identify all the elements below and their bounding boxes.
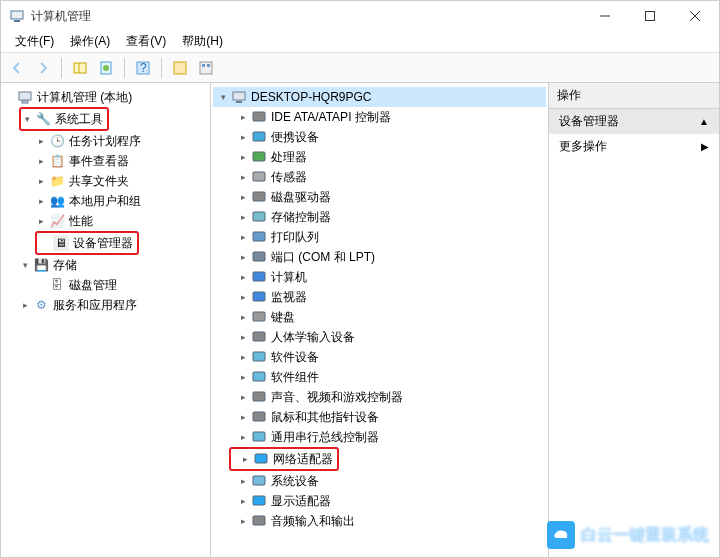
device-category[interactable]: ▸监视器 <box>229 287 546 307</box>
tree-shared-folders[interactable]: ▸📁共享文件夹 <box>35 171 208 191</box>
chevron-right-icon: ▸ <box>35 135 47 147</box>
device-category[interactable]: ▸软件组件 <box>229 367 546 387</box>
svg-rect-26 <box>253 232 265 241</box>
chevron-right-icon: ▸ <box>237 131 249 143</box>
svg-point-9 <box>103 65 109 71</box>
tree-local-users[interactable]: ▸👥本地用户和组 <box>35 191 208 211</box>
node-label: 系统工具 <box>55 111 103 128</box>
device-category[interactable]: ▸系统设备 <box>229 471 546 491</box>
tree-device-manager[interactable]: 🖥设备管理器 <box>53 233 133 253</box>
chevron-down-icon: ▾ <box>21 113 33 125</box>
minimize-button[interactable] <box>582 1 627 31</box>
tree-disk-management[interactable]: 🗄磁盘管理 <box>35 275 208 295</box>
device-category[interactable]: ▸计算机 <box>229 267 546 287</box>
node-label: 任务计划程序 <box>69 133 141 150</box>
chevron-right-icon: ▸ <box>237 495 249 507</box>
chevron-right-icon: ▸ <box>237 351 249 363</box>
device-category[interactable]: ▸处理器 <box>229 147 546 167</box>
device-icon <box>251 249 267 265</box>
chevron-right-icon: ▸ <box>35 195 47 207</box>
svg-rect-24 <box>253 192 265 201</box>
console-tree: 计算机管理 (本地) ▾ 🔧 系统工具 ▸🕒任务计划程序 <box>1 83 210 319</box>
device-category[interactable]: ▸鼠标和其他指针设备 <box>229 407 546 427</box>
tree-root-computer[interactable]: 计算机管理 (本地) <box>3 87 208 107</box>
menu-view[interactable]: 查看(V) <box>118 31 174 52</box>
menu-file[interactable]: 文件(F) <box>7 31 62 52</box>
node-label: 声音、视频和游戏控制器 <box>271 389 403 406</box>
svg-rect-16 <box>19 92 31 100</box>
collapse-icon: ▲ <box>699 116 709 127</box>
toolbar-separator <box>61 58 62 78</box>
tree-services-apps[interactable]: ▸⚙服务和应用程序 <box>19 295 208 315</box>
forward-button[interactable] <box>31 56 55 80</box>
tree-event-viewer[interactable]: ▸📋事件查看器 <box>35 151 208 171</box>
device-icon <box>251 189 267 205</box>
device-category[interactable]: ▸显示适配器 <box>229 491 546 511</box>
svg-rect-32 <box>253 352 265 361</box>
actions-group-device-manager[interactable]: 设备管理器 ▲ <box>549 109 719 134</box>
device-category[interactable]: ▸端口 (COM 和 LPT) <box>229 247 546 267</box>
device-icon <box>251 409 267 425</box>
node-label: 处理器 <box>271 149 307 166</box>
device-category[interactable]: ▸IDE ATA/ATAPI 控制器 <box>229 107 546 127</box>
device-category[interactable]: ▸软件设备 <box>229 347 546 367</box>
device-root[interactable]: ▾ DESKTOP-HQR9PGC <box>213 87 546 107</box>
device-category[interactable]: ▸通用串行总线控制器 <box>229 427 546 447</box>
node-label: 本地用户和组 <box>69 193 141 210</box>
help-button[interactable]: ? <box>131 56 155 80</box>
actions-more[interactable]: 更多操作 ▶ <box>549 134 719 159</box>
tree-task-scheduler[interactable]: ▸🕒任务计划程序 <box>35 131 208 151</box>
svg-rect-30 <box>253 312 265 321</box>
properties-button[interactable] <box>94 56 118 80</box>
tree-performance[interactable]: ▸📈性能 <box>35 211 208 231</box>
chevron-right-icon: ▸ <box>237 371 249 383</box>
device-category[interactable]: ▸声音、视频和游戏控制器 <box>229 387 546 407</box>
chevron-right-icon: ▸ <box>239 453 251 465</box>
computer-icon <box>17 89 33 105</box>
svg-rect-18 <box>233 92 245 100</box>
menu-help[interactable]: 帮助(H) <box>174 31 231 52</box>
chevron-right-icon: ▸ <box>237 515 249 527</box>
chevron-right-icon: ▸ <box>35 175 47 187</box>
device-category[interactable]: ▸音频输入和输出 <box>229 511 546 531</box>
device-category[interactable]: ▸存储控制器 <box>229 207 546 227</box>
menu-action[interactable]: 操作(A) <box>62 31 118 52</box>
left-panel: 计算机管理 (本地) ▾ 🔧 系统工具 ▸🕒任务计划程序 <box>1 83 211 557</box>
toolbar-separator <box>124 58 125 78</box>
device-icon <box>251 369 267 385</box>
chevron-down-icon: ▾ <box>19 259 31 271</box>
view-resources-button[interactable] <box>194 56 218 80</box>
node-label: 设备管理器 <box>73 235 133 252</box>
close-button[interactable] <box>672 1 717 31</box>
chevron-right-icon: ▸ <box>237 171 249 183</box>
highlight-network-adapters: ▸网络适配器 <box>229 447 339 471</box>
device-category[interactable]: ▸键盘 <box>229 307 546 327</box>
svg-rect-3 <box>645 12 654 21</box>
content-area: 计算机管理 (本地) ▾ 🔧 系统工具 ▸🕒任务计划程序 <box>1 83 719 557</box>
device-category[interactable]: ▸人体学输入设备 <box>229 327 546 347</box>
chevron-right-icon: ▸ <box>237 431 249 443</box>
node-label: 显示适配器 <box>271 493 331 510</box>
node-label: 计算机 <box>271 269 307 286</box>
tree-storage[interactable]: ▾💾存储 <box>19 255 208 275</box>
node-label: 通用串行总线控制器 <box>271 429 379 446</box>
device-category[interactable]: ▸传感器 <box>229 167 546 187</box>
device-icon <box>251 513 267 529</box>
svg-rect-21 <box>253 132 265 141</box>
chevron-right-icon: ▶ <box>701 141 709 152</box>
device-category[interactable]: ▸网络适配器 <box>231 449 333 469</box>
node-label: 事件查看器 <box>69 153 129 170</box>
node-label: 软件组件 <box>271 369 319 386</box>
device-category[interactable]: ▸磁盘驱动器 <box>229 187 546 207</box>
device-icon <box>251 209 267 225</box>
device-category[interactable]: ▸打印队列 <box>229 227 546 247</box>
maximize-button[interactable] <box>627 1 672 31</box>
back-button[interactable] <box>5 56 29 80</box>
tree-system-tools[interactable]: ▾ 🔧 系统工具 <box>21 109 103 129</box>
device-category[interactable]: ▸便携设备 <box>229 127 546 147</box>
node-label: 人体学输入设备 <box>271 329 355 346</box>
view-devices-button[interactable] <box>168 56 192 80</box>
device-icon <box>251 169 267 185</box>
show-hide-tree-button[interactable] <box>68 56 92 80</box>
chevron-right-icon: ▸ <box>237 191 249 203</box>
